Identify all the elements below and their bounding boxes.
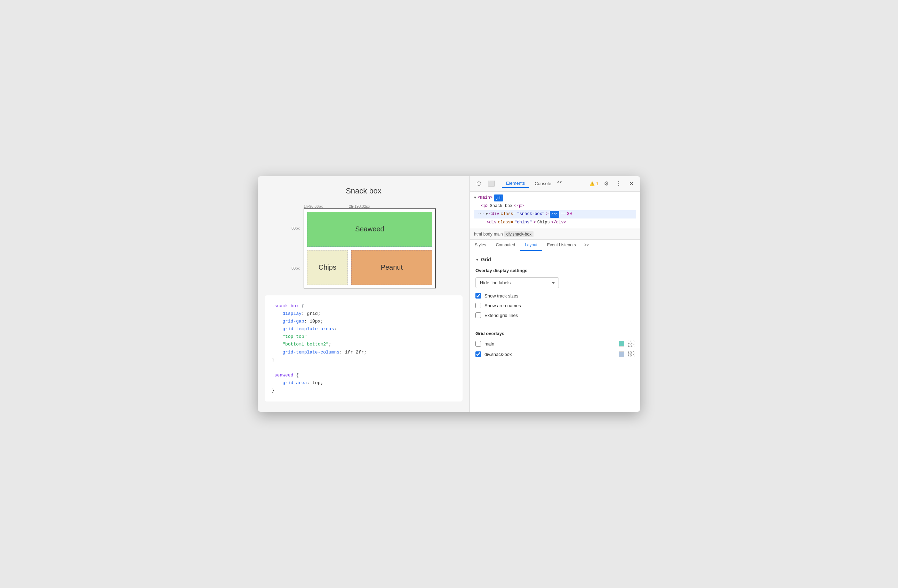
svg-rect-4 [629, 351, 631, 354]
more-options-button[interactable]: ⋮ [614, 179, 624, 189]
tab-computed[interactable]: Computed [491, 240, 520, 251]
grid-section-title: Grid [481, 257, 491, 262]
code-line-2: display: grid; [272, 310, 456, 318]
extend-grid-lines-checkbox[interactable] [475, 312, 481, 318]
dom-line-main[interactable]: ▼ <main> grid [474, 194, 636, 202]
row-labels: 80px 80px [291, 208, 302, 288]
code-line-11: } [272, 387, 456, 394]
dom-attr-chips-class: class= [498, 219, 513, 226]
page-title: Snack box [264, 186, 463, 195]
svg-rect-1 [632, 341, 634, 343]
main-overlay-checkbox[interactable] [475, 341, 481, 346]
show-track-sizes-row: Show track sizes [475, 293, 635, 299]
tab-styles[interactable]: Styles [470, 240, 491, 251]
snack-box-overlay-checkbox[interactable] [475, 351, 481, 357]
checkbox-group: Show track sizes Show area names Extend … [475, 293, 635, 318]
grid-collapse-triangle[interactable]: ▼ [475, 258, 479, 262]
dom-line-p[interactable]: <p> Snack box </p> [474, 202, 636, 211]
dom-p-text: Snack box [490, 203, 513, 210]
show-track-sizes-label: Show track sizes [484, 293, 518, 299]
show-track-sizes-checkbox[interactable] [475, 293, 481, 299]
breadcrumb-body[interactable]: body [483, 232, 492, 237]
tab-elements[interactable]: Elements [502, 179, 529, 188]
show-area-names-row: Show area names [475, 303, 635, 308]
dom-attr-chips-val: "chips" [514, 219, 532, 226]
main-overlay-row: main [475, 340, 635, 347]
tab-console[interactable]: Console [530, 179, 555, 188]
dom-chips-text: Chips [537, 219, 550, 226]
grid-with-row-labels: 80px 80px Seaweed Chips Peanut [291, 208, 436, 288]
seaweed-cell: Seaweed [307, 212, 432, 247]
dom-tag-div: <div [489, 211, 500, 218]
line-labels-dropdown-wrapper: Hide line labels Show line numbers Show … [475, 277, 635, 288]
breadcrumb: html body main div.snack-box [470, 229, 640, 240]
snack-box-color-swatch[interactable] [619, 351, 624, 357]
row2-label: 80px [291, 266, 302, 270]
main-color-swatch[interactable] [619, 341, 624, 346]
svg-rect-0 [629, 341, 631, 343]
dom-attr-class: class= [500, 211, 515, 218]
dom-line-chips[interactable]: <div class= "chips" > Chips </div> [474, 219, 636, 227]
col1-label: 1fr·96.66px [304, 204, 347, 208]
main-overlay-icon[interactable] [628, 340, 635, 347]
main-grid-icon-svg [628, 341, 634, 347]
row1-label: 80px [291, 226, 302, 230]
dom-tree: ▼ <main> grid <p> Snack box </p> ··· ▼ <… [470, 192, 640, 229]
warning-count: 1 [596, 181, 598, 186]
breadcrumb-html[interactable]: html [474, 232, 482, 237]
grid-overlays-title: Grid overlays [475, 331, 635, 336]
grid-badge-main: grid [494, 194, 503, 202]
breadcrumb-snack-box[interactable]: div.snack-box [504, 231, 534, 237]
breadcrumb-main[interactable]: main [494, 232, 503, 237]
extend-grid-lines-label: Extend grid lines [484, 313, 518, 318]
dom-line-snack-box[interactable]: ··· ▼ <div class= "snack-box" > grid == … [474, 210, 636, 219]
code-line-6: "bottom1 bottom2"; [272, 341, 456, 348]
dom-attr-class-val: "snack-box" [517, 211, 544, 218]
section-divider [475, 325, 635, 325]
main-overlay-label: main [484, 341, 615, 346]
snack-box-grid-icon-svg [628, 351, 634, 357]
dom-tag-chips: <div [487, 219, 497, 226]
tab-layout[interactable]: Layout [520, 240, 542, 251]
devtools-panel: ⬡ ⬜ Elements Console >> ⚠️ 1 ⚙ ⋮ ✕ ▼ [470, 176, 640, 412]
show-area-names-checkbox[interactable] [475, 303, 481, 308]
svg-rect-5 [632, 351, 634, 354]
dom-ellipsis: ··· [477, 211, 484, 218]
close-devtools-button[interactable]: ✕ [626, 179, 636, 189]
browser-content: Snack box 1fr·96.66px 2fr·193.32px 80px … [258, 176, 470, 412]
more-tabs-button[interactable]: >> [557, 179, 562, 188]
panel-more-button[interactable]: >> [581, 240, 593, 251]
snack-box-overlay-label: div.snack-box [484, 352, 615, 357]
chips-cell: Chips [307, 250, 348, 285]
svg-rect-7 [632, 354, 634, 357]
device-toggle-button[interactable]: ⬜ [487, 179, 496, 189]
collapse-main-triangle[interactable]: ▼ [474, 195, 476, 201]
settings-button[interactable]: ⚙ [601, 179, 611, 189]
dom-tag-chips-close: </div> [551, 219, 566, 226]
dom-tag-p: <p> [481, 203, 489, 210]
snack-box-overlay-icon[interactable] [628, 351, 635, 358]
line-labels-dropdown[interactable]: Hide line labels Show line numbers Show … [475, 277, 559, 288]
css-grid-box: Seaweed Chips Peanut [304, 208, 436, 288]
code-line-9: .seaweed { [272, 372, 456, 379]
panel-tabs: Styles Computed Layout Event Listeners >… [470, 240, 640, 251]
overlay-settings-title: Overlay display settings [475, 268, 635, 273]
code-line-4: grid-template-areas: [272, 325, 456, 333]
inspect-element-button[interactable]: ⬡ [474, 179, 484, 189]
svg-rect-6 [629, 354, 631, 357]
svg-rect-2 [629, 344, 631, 346]
devtools-main-tabs: Elements Console >> [502, 179, 587, 188]
dom-tag-p-close: </p> [514, 203, 524, 210]
snack-box-overlay-row: div.snack-box [475, 351, 635, 358]
grid-col-labels: 1fr·96.66px 2fr·193.32px [304, 204, 436, 208]
dom-tag-chips-bracket: > [533, 219, 536, 226]
code-line-7: grid-template-columns: 1fr 2fr; [272, 349, 456, 356]
code-line-3: grid-gap: 10px; [272, 318, 456, 325]
tab-event-listeners[interactable]: Event Listeners [542, 240, 581, 251]
collapse-div-triangle[interactable]: ▼ [486, 211, 488, 217]
code-panel: .snack-box { display: grid; grid-gap: 10… [264, 296, 463, 402]
code-line-1: .snack-box { [272, 302, 456, 310]
grid-visual: 1fr·96.66px 2fr·193.32px 80px 80px Seawe… [291, 204, 436, 288]
devtools-toolbar: ⬡ ⬜ Elements Console >> ⚠️ 1 ⚙ ⋮ ✕ [470, 176, 640, 192]
layout-panel-content: ▼ Grid Overlay display settings Hide lin… [470, 251, 640, 412]
